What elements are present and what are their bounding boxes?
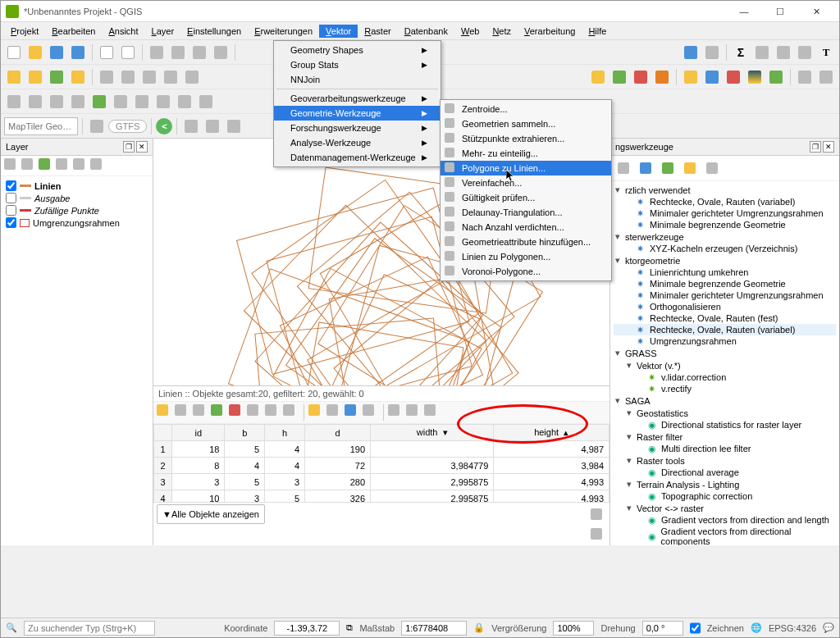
filter-icon[interactable]	[39, 158, 53, 173]
processing-item[interactable]: ◉Multi direction lee filter	[614, 443, 836, 454]
share-button[interactable]: <	[156, 118, 172, 134]
proc-undock-button[interactable]: ❐	[810, 141, 821, 153]
gear-icon[interactable]	[795, 67, 815, 87]
processing-tree[interactable]: ▾rzlich verwendet✷Rechtecke, Ovale, Raut…	[610, 181, 839, 545]
processing-item[interactable]: ✷Linienrichtung umkehren	[614, 267, 836, 278]
new-project-button[interactable]	[4, 43, 24, 62]
proc-result-icon[interactable]	[680, 158, 700, 178]
at-reload-icon[interactable]	[193, 404, 209, 421]
menu-netz[interactable]: Netz	[486, 25, 518, 38]
maximize-button[interactable]: ☐	[762, 1, 798, 22]
processing-item[interactable]: ✷Umgrenzungsrahmen	[614, 335, 836, 347]
proc-model-icon[interactable]	[614, 158, 633, 178]
tool1-button[interactable]	[752, 43, 772, 62]
geom5-button[interactable]	[89, 92, 109, 112]
table-header[interactable]: width ▾	[371, 425, 494, 441]
tool2-button[interactable]	[774, 43, 793, 62]
show-all-button[interactable]: ▼ Alle Objekte anzeigen	[157, 504, 265, 524]
processing-group[interactable]: ▾SAGA	[614, 394, 836, 407]
maptiler-search-input[interactable]	[4, 117, 78, 135]
geom-submenu-item[interactable]: Linien zu Polygonen...	[441, 249, 611, 264]
python-button[interactable]	[745, 67, 765, 87]
digitize3-button[interactable]	[139, 67, 159, 87]
processing-group[interactable]: ▾Raster tools	[614, 454, 836, 467]
processing-group[interactable]: ▾sterwerkzeuge	[614, 230, 836, 243]
table-cell[interactable]: 4	[225, 458, 265, 474]
save-button[interactable]	[47, 43, 66, 62]
label4-button[interactable]	[652, 67, 672, 87]
processing-item[interactable]: ◉Gradient vectors from directional compo…	[614, 526, 836, 545]
layout-manager-button[interactable]	[118, 43, 138, 62]
at-del-icon[interactable]	[229, 404, 245, 421]
table-row-header[interactable]: 1	[154, 441, 172, 458]
digitize1-button[interactable]	[97, 67, 116, 87]
processing-group[interactable]: ▾ktorgeometrie	[614, 254, 836, 267]
label2-button[interactable]	[609, 67, 629, 87]
extent-icon[interactable]: ⧉	[346, 622, 353, 633]
edit-pen-button[interactable]	[68, 67, 88, 87]
vector-menu-dropdown[interactable]: Geometry Shapes▶Group Stats▶NNJoinGeover…	[273, 40, 441, 167]
coord-value-input[interactable]	[274, 621, 340, 636]
menu-projekt[interactable]: Projekt	[4, 25, 45, 38]
vector-menu-item[interactable]: Geometry Shapes▶	[274, 43, 441, 57]
table-cell[interactable]: 280	[305, 474, 371, 490]
geom10-button[interactable]	[196, 92, 216, 112]
processing-group[interactable]: ▾GRASS	[614, 347, 836, 359]
processing-group[interactable]: ▾Geostatistics	[614, 407, 836, 419]
digitize4-button[interactable]	[161, 67, 180, 87]
close-button[interactable]: ✕	[798, 1, 834, 22]
panel-undock-button[interactable]: ❐	[123, 141, 135, 153]
processing-group[interactable]: ▾Vektor (v.*)	[614, 359, 836, 371]
menu-layer[interactable]: Layer	[145, 25, 181, 38]
geom4-button[interactable]	[68, 92, 88, 112]
tool-row4-a[interactable]	[87, 116, 107, 136]
geom3-button[interactable]	[47, 92, 66, 112]
geom8-button[interactable]	[153, 92, 173, 112]
layout-button[interactable]	[97, 43, 116, 62]
table-header[interactable]: d	[305, 425, 371, 441]
geom-submenu-item[interactable]: Nach Anzahl verdichten...	[441, 220, 611, 235]
menu-ansicht[interactable]: Ansicht	[102, 25, 144, 38]
color2-button[interactable]	[702, 67, 722, 87]
processing-item[interactable]: ◉Directional statistics for raster layer	[614, 419, 836, 431]
processing-item[interactable]: ◉Gradient vectors from direction and len…	[614, 514, 836, 526]
global-search-input[interactable]	[24, 621, 155, 636]
expand-icon[interactable]	[56, 158, 71, 173]
geom-submenu-item[interactable]: Vereinfachen...	[441, 175, 611, 190]
geom7-button[interactable]	[132, 92, 152, 112]
table-header[interactable]: id	[172, 425, 225, 441]
table-cell[interactable]: 4,993	[494, 490, 609, 503]
layer-checkbox[interactable]	[6, 217, 16, 228]
processing-item[interactable]: ✷Rechtecke, Ovale, Rauten (variabel)	[614, 324, 836, 335]
lock-icon[interactable]: 🔒	[473, 622, 485, 633]
at-paste-icon[interactable]	[283, 404, 299, 421]
processing-item[interactable]: ◉Topographic correction	[614, 490, 836, 502]
tool-row4-c[interactable]	[203, 116, 222, 136]
table-cell[interactable]: 4,993	[494, 474, 609, 490]
color3-button[interactable]	[724, 67, 743, 87]
vector-menu-item[interactable]: Analyse-Werkzeuge▶	[274, 135, 441, 150]
table-cell[interactable]: 3	[225, 490, 265, 503]
text-button[interactable]: T	[816, 43, 836, 62]
geom-submenu-item[interactable]: Stützpunkte extrahieren...	[441, 131, 611, 146]
geom-submenu-item[interactable]: Gültigkeit prüfen...	[441, 190, 611, 205]
gtfs-button[interactable]: GTFS	[108, 120, 147, 133]
save-as-button[interactable]	[68, 43, 88, 62]
measure-button[interactable]	[702, 43, 722, 62]
at-calc-icon[interactable]	[406, 404, 422, 421]
menu-datenbank[interactable]: Datenbank	[398, 25, 454, 38]
vector-menu-item[interactable]: Geometrie-Werkzeuge▶	[274, 106, 441, 121]
geom1-button[interactable]	[4, 92, 24, 112]
layers-tree[interactable]: LinienAusgabeZufällige PunkteUmgrenzungs…	[1, 176, 153, 545]
table-cell[interactable]: 326	[305, 490, 371, 503]
menu-vektor[interactable]: Vektor	[319, 25, 358, 38]
vector-menu-item[interactable]: NNJoin	[274, 72, 441, 87]
geometry-tools-submenu[interactable]: Zentroide...Geometrien sammeln...Stützpu…	[440, 99, 612, 281]
rot-value-input[interactable]	[642, 621, 683, 636]
menu-erweiterungen[interactable]: Erweiterungen	[248, 25, 319, 38]
processing-item[interactable]: ✷Minimale begrenzende Geometrie	[614, 278, 836, 289]
at-col-icon[interactable]	[388, 404, 404, 421]
tool-row4-b[interactable]	[181, 116, 201, 136]
table-cell[interactable]: 5	[225, 441, 265, 458]
vector-new-button[interactable]	[47, 67, 66, 87]
